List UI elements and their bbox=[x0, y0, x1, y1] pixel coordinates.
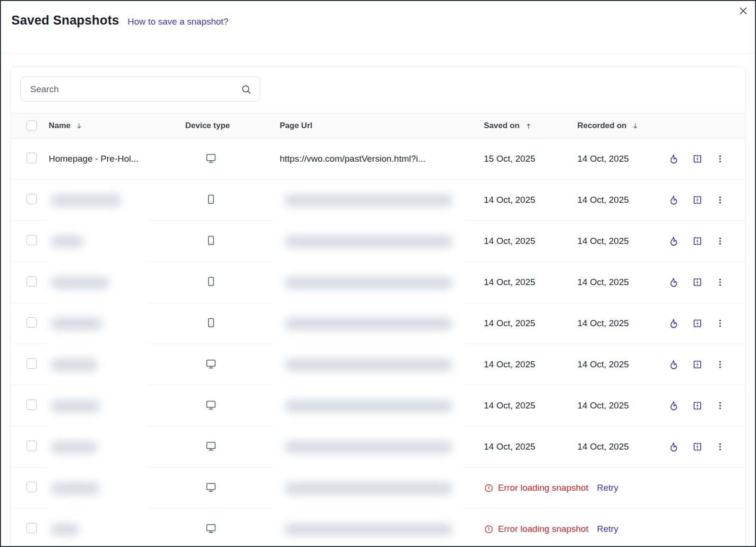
compare-icon[interactable] bbox=[692, 318, 703, 329]
recorded-on-date: 14 Oct, 2025 bbox=[568, 400, 658, 411]
sort-asc-icon bbox=[524, 122, 533, 130]
saved-on-date: 14 Oct, 2025 bbox=[474, 195, 568, 205]
search-input[interactable] bbox=[21, 77, 260, 101]
row-checkbox[interactable] bbox=[26, 276, 37, 287]
desktop-icon bbox=[205, 522, 217, 536]
redacted-text bbox=[284, 277, 453, 289]
row-menu-icon[interactable] bbox=[715, 359, 725, 370]
redacted-name-column bbox=[47, 180, 147, 547]
saved-on-date: 14 Oct, 2025 bbox=[474, 400, 568, 411]
retry-link[interactable]: Retry bbox=[597, 524, 618, 534]
table-row[interactable]: Homepage - Pre-Hol...https://vwo.com/pas… bbox=[11, 139, 745, 180]
table-body: Homepage - Pre-Hol...https://vwo.com/pas… bbox=[11, 139, 745, 547]
compare-icon[interactable] bbox=[692, 359, 703, 370]
column-header-recorded[interactable]: Recorded on bbox=[568, 121, 658, 130]
saved-snapshots-modal: Saved Snapshots How to save a snapshot? bbox=[0, 0, 756, 547]
redacted-text bbox=[284, 318, 453, 330]
row-menu-icon[interactable] bbox=[715, 277, 725, 287]
compare-icon[interactable] bbox=[692, 153, 703, 165]
recorded-on-date: 14 Oct, 2025 bbox=[568, 442, 658, 452]
row-checkbox[interactable] bbox=[26, 317, 37, 328]
snapshot-name: Homepage - Pre-Hol... bbox=[49, 154, 176, 164]
compare-icon[interactable] bbox=[692, 441, 703, 452]
redacted-text bbox=[284, 359, 453, 371]
desktop-icon bbox=[205, 358, 217, 372]
search-box bbox=[20, 77, 260, 102]
desktop-icon bbox=[205, 440, 217, 454]
column-header-url[interactable]: Page Url bbox=[270, 121, 474, 130]
row-checkbox[interactable] bbox=[26, 523, 37, 533]
column-header-saved[interactable]: Saved on bbox=[474, 121, 568, 130]
search-icon bbox=[241, 84, 252, 97]
error-message: Error loading snapshot bbox=[498, 483, 588, 493]
heatmap-icon[interactable] bbox=[668, 400, 679, 411]
saved-on-date: 15 Oct, 2025 bbox=[474, 154, 568, 164]
desktop-icon bbox=[205, 481, 217, 495]
heatmap-icon[interactable] bbox=[668, 359, 679, 370]
mobile-icon bbox=[205, 276, 217, 289]
row-menu-icon[interactable] bbox=[715, 400, 725, 411]
mobile-icon bbox=[205, 234, 217, 248]
recorded-on-date: 14 Oct, 2025 bbox=[568, 359, 658, 370]
row-menu-icon[interactable] bbox=[715, 236, 725, 246]
redacted-text bbox=[284, 482, 453, 495]
row-checkbox[interactable] bbox=[26, 399, 37, 410]
saved-on-date: 14 Oct, 2025 bbox=[474, 236, 568, 246]
compare-icon[interactable] bbox=[692, 235, 703, 247]
desktop-icon bbox=[205, 399, 217, 413]
recorded-on-date: 14 Oct, 2025 bbox=[568, 236, 658, 246]
compare-icon[interactable] bbox=[692, 194, 703, 206]
error-message: Error loading snapshot bbox=[498, 524, 588, 534]
redacted-text bbox=[284, 441, 453, 453]
row-menu-icon[interactable] bbox=[715, 195, 725, 205]
column-header-name[interactable]: Name bbox=[49, 121, 176, 130]
row-checkbox[interactable] bbox=[26, 235, 37, 245]
table-header: Name Device type Page Url Saved on bbox=[11, 113, 745, 139]
compare-icon[interactable] bbox=[692, 400, 703, 411]
row-checkbox[interactable] bbox=[26, 153, 37, 163]
retry-link[interactable]: Retry bbox=[597, 483, 618, 493]
how-to-save-link[interactable]: How to save a snapshot? bbox=[128, 17, 228, 27]
heatmap-icon[interactable] bbox=[668, 441, 679, 452]
redacted-text bbox=[51, 235, 84, 248]
recorded-on-date: 14 Oct, 2025 bbox=[568, 154, 658, 164]
recorded-on-date: 14 Oct, 2025 bbox=[568, 195, 658, 205]
heatmap-icon[interactable] bbox=[668, 235, 679, 247]
redacted-text bbox=[284, 194, 453, 207]
error-loading-row: Error loading snapshotRetry bbox=[474, 524, 745, 534]
saved-on-date: 14 Oct, 2025 bbox=[474, 318, 568, 329]
recorded-on-date: 14 Oct, 2025 bbox=[568, 277, 658, 287]
compare-icon[interactable] bbox=[692, 277, 703, 288]
heatmap-icon[interactable] bbox=[668, 153, 679, 165]
mobile-icon bbox=[205, 317, 217, 330]
row-checkbox[interactable] bbox=[26, 194, 37, 204]
saved-on-date: 14 Oct, 2025 bbox=[474, 359, 568, 370]
redacted-text bbox=[284, 235, 453, 248]
redacted-text bbox=[51, 523, 79, 536]
select-all-checkbox[interactable] bbox=[26, 121, 37, 131]
row-menu-icon[interactable] bbox=[715, 318, 725, 329]
error-alert-icon bbox=[484, 524, 494, 534]
row-menu-icon[interactable] bbox=[715, 442, 725, 452]
row-menu-icon[interactable] bbox=[715, 154, 725, 164]
snapshots-card: Name Device type Page Url Saved on bbox=[10, 67, 746, 547]
desktop-icon bbox=[205, 152, 217, 166]
mobile-icon bbox=[205, 193, 217, 207]
modal-header: Saved Snapshots How to save a snapshot? bbox=[1, 1, 755, 53]
saved-on-date: 14 Oct, 2025 bbox=[474, 277, 568, 287]
redacted-text bbox=[284, 523, 453, 536]
heatmap-icon[interactable] bbox=[668, 277, 679, 288]
close-icon[interactable] bbox=[737, 5, 749, 17]
row-checkbox[interactable] bbox=[26, 482, 37, 492]
row-checkbox[interactable] bbox=[26, 358, 37, 369]
redacted-text bbox=[284, 400, 453, 412]
error-alert-icon bbox=[484, 483, 494, 493]
redacted-text bbox=[51, 277, 110, 289]
redacted-text bbox=[51, 194, 121, 207]
heatmap-icon[interactable] bbox=[668, 318, 679, 329]
heatmap-icon[interactable] bbox=[668, 194, 679, 206]
row-checkbox[interactable] bbox=[26, 441, 37, 451]
redacted-url-column bbox=[273, 180, 463, 547]
redacted-text bbox=[51, 441, 98, 453]
column-header-device[interactable]: Device type bbox=[176, 121, 270, 130]
